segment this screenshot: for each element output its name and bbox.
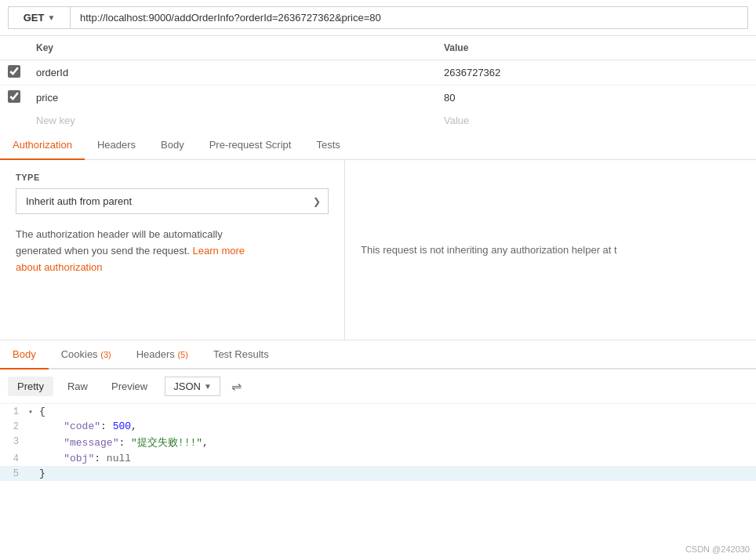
- tab-pre-request-script[interactable]: Pre-request Script: [197, 131, 304, 160]
- line-content-2: "code": 500,: [39, 420, 756, 432]
- new-value-placeholder: Value: [444, 115, 469, 126]
- auth-description: The authorization header will be automat…: [16, 227, 329, 275]
- table-row: price 80: [0, 86, 756, 111]
- auth-desc-2: generated when you send the request.: [16, 245, 190, 257]
- auth-select[interactable]: Inherit auth from parent: [16, 188, 329, 214]
- raw-button[interactable]: Raw: [58, 377, 97, 396]
- line-toggle-5: [28, 468, 39, 469]
- badge-cookies: (3): [100, 350, 111, 359]
- code-line-2: 2 "code": 500,: [0, 419, 756, 434]
- auth-right: This request is not inheriting any autho…: [345, 160, 756, 340]
- params-header-key: Key: [28, 36, 436, 60]
- line-toggle-2: [28, 420, 39, 422]
- bottom-tabs-bar: BodyCookies (3)Headers (5)Test Results: [0, 340, 756, 370]
- format-label: JSON: [173, 380, 201, 392]
- bottom-tab-headers[interactable]: Headers (5): [124, 340, 201, 370]
- table-row: orderId 2636727362: [0, 60, 756, 86]
- type-label: TYPE: [16, 173, 329, 182]
- align-icon-button[interactable]: ⇌: [225, 376, 248, 397]
- bottom-tab-test-results[interactable]: Test Results: [201, 340, 282, 370]
- auth-desc-1: The authorization header will be automat…: [16, 228, 223, 240]
- code-line-1: 1 ▾ {: [0, 404, 756, 419]
- line-number-3: 3: [0, 435, 28, 447]
- tab-authorization[interactable]: Authorization: [0, 131, 85, 160]
- code-line-3: 3 "message": "提交失败!!!",: [0, 434, 756, 451]
- tab-headers[interactable]: Headers: [85, 131, 148, 160]
- bottom-tab-cookies[interactable]: Cookies (3): [49, 340, 124, 370]
- code-block: 1 ▾ { 2 "code": 500, 3 "message": "提交失败!…: [0, 404, 756, 481]
- line-content-5: }: [39, 468, 756, 479]
- method-chevron: ▼: [47, 13, 55, 22]
- line-content-3: "message": "提交失败!!!",: [39, 435, 756, 450]
- line-number-1: 1: [0, 406, 28, 417]
- row-key-1: price: [28, 86, 436, 111]
- params-table: Key Value orderId 2636727362 price 80 Ne…: [0, 36, 756, 131]
- bottom-tab-body[interactable]: Body: [0, 340, 49, 370]
- auth-select-value: Inherit auth from parent: [26, 195, 132, 207]
- pretty-button[interactable]: Pretty: [8, 377, 53, 396]
- preview-button[interactable]: Preview: [102, 377, 157, 396]
- params-header-check: [0, 36, 28, 60]
- auth-panel: TYPE Inherit auth from parent ❯ The auth…: [0, 160, 756, 340]
- format-select[interactable]: JSON ▼: [165, 377, 220, 396]
- line-number-4: 4: [0, 453, 28, 464]
- row-checkbox-1[interactable]: [8, 90, 20, 103]
- params-section: Key Value orderId 2636727362 price 80 Ne…: [0, 36, 756, 131]
- tabs-bar: AuthorizationHeadersBodyPre-request Scri…: [0, 131, 756, 160]
- line-content-4: "obj": null: [39, 453, 756, 464]
- row-checkbox-0[interactable]: [8, 65, 20, 78]
- badge-headers: (5): [177, 350, 187, 359]
- method-label: GET: [24, 12, 45, 24]
- row-key-0: orderId: [28, 60, 436, 86]
- tab-body[interactable]: Body: [148, 131, 197, 160]
- line-toggle-3: [28, 435, 39, 437]
- auth-right-text: This request is not inheriting any autho…: [361, 244, 617, 256]
- about-authorization-link[interactable]: about authorization: [16, 261, 103, 273]
- line-number-5: 5: [0, 468, 28, 479]
- line-toggle-4: [28, 453, 39, 454]
- url-input[interactable]: [71, 6, 748, 29]
- tab-tests[interactable]: Tests: [303, 131, 352, 160]
- new-key-placeholder: New key: [36, 115, 75, 126]
- format-bar: Pretty Raw Preview JSON ▼ ⇌: [0, 370, 756, 404]
- line-number-2: 2: [0, 420, 28, 432]
- auth-select-wrapper[interactable]: Inherit auth from parent ❯: [16, 188, 329, 214]
- url-bar: GET ▼: [0, 0, 756, 36]
- watermark: CSDN @242030: [685, 544, 750, 554]
- params-header-value: Value: [436, 36, 756, 60]
- line-content-1: {: [39, 406, 756, 417]
- method-button[interactable]: GET ▼: [8, 6, 71, 29]
- line-toggle-1[interactable]: ▾: [28, 406, 39, 417]
- code-line-5: 5 }: [0, 466, 756, 481]
- auth-left: TYPE Inherit auth from parent ❯ The auth…: [0, 160, 345, 340]
- row-value-0: 2636727362: [436, 60, 756, 86]
- learn-more-link[interactable]: Learn more: [193, 245, 245, 257]
- code-line-4: 4 "obj": null: [0, 451, 756, 466]
- format-chevron: ▼: [204, 382, 212, 391]
- row-value-1: 80: [436, 86, 756, 111]
